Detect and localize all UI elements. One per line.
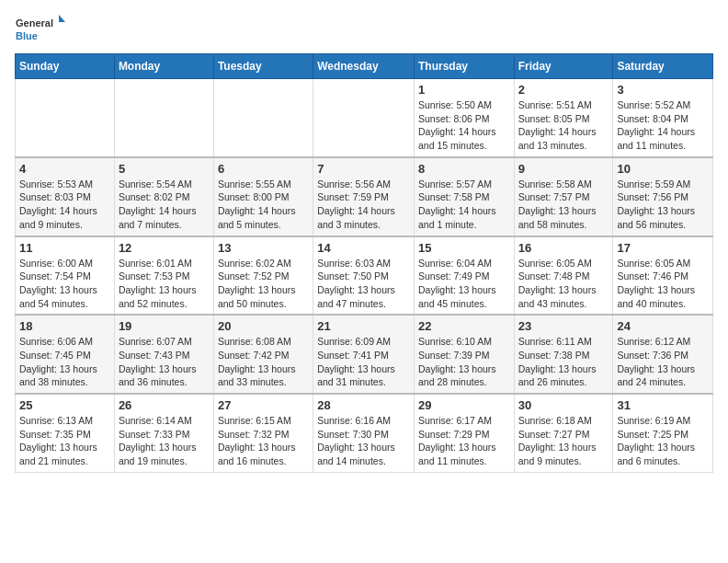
day-number: 19 (119, 319, 210, 333)
day-detail: Sunrise: 6:00 AM Sunset: 7:54 PM Dayligh… (19, 257, 110, 311)
day-number: 5 (119, 162, 210, 176)
calendar-cell: 26Sunrise: 6:14 AM Sunset: 7:33 PM Dayli… (114, 394, 213, 472)
calendar-cell: 11Sunrise: 6:00 AM Sunset: 7:54 PM Dayli… (16, 236, 115, 316)
calendar-cell: 27Sunrise: 6:15 AM Sunset: 7:32 PM Dayli… (213, 394, 313, 472)
day-number: 30 (518, 398, 609, 412)
calendar-week-row: 25Sunrise: 6:13 AM Sunset: 7:35 PM Dayli… (16, 394, 713, 472)
day-number: 10 (617, 162, 709, 176)
day-detail: Sunrise: 6:01 AM Sunset: 7:53 PM Dayligh… (119, 257, 210, 311)
day-detail: Sunrise: 5:53 AM Sunset: 8:03 PM Dayligh… (19, 178, 110, 232)
weekday-header-friday: Friday (514, 54, 613, 79)
day-detail: Sunrise: 5:52 AM Sunset: 8:04 PM Dayligh… (617, 98, 709, 153)
calendar-cell: 29Sunrise: 6:17 AM Sunset: 7:29 PM Dayli… (414, 394, 514, 472)
calendar-cell: 16Sunrise: 6:05 AM Sunset: 7:48 PM Dayli… (514, 236, 613, 316)
day-number: 12 (119, 241, 210, 255)
day-number: 4 (19, 162, 110, 176)
day-number: 11 (19, 241, 110, 255)
logo-svg: General Blue (15, 15, 65, 44)
day-detail: Sunrise: 6:06 AM Sunset: 7:45 PM Dayligh… (19, 335, 110, 389)
day-detail: Sunrise: 6:11 AM Sunset: 7:38 PM Dayligh… (518, 335, 609, 389)
day-detail: Sunrise: 5:54 AM Sunset: 8:02 PM Dayligh… (119, 178, 210, 232)
day-detail: Sunrise: 6:05 AM Sunset: 7:46 PM Dayligh… (617, 257, 709, 311)
calendar-cell: 10Sunrise: 5:59 AM Sunset: 7:56 PM Dayli… (613, 157, 713, 236)
calendar-cell (16, 79, 115, 157)
day-number: 28 (317, 398, 410, 412)
calendar-cell: 8Sunrise: 5:57 AM Sunset: 7:58 PM Daylig… (414, 157, 514, 236)
day-number: 29 (418, 398, 510, 412)
calendar-cell (114, 79, 213, 157)
calendar-cell: 17Sunrise: 6:05 AM Sunset: 7:46 PM Dayli… (613, 236, 713, 316)
weekday-header-sunday: Sunday (16, 54, 115, 79)
calendar-cell: 7Sunrise: 5:56 AM Sunset: 7:59 PM Daylig… (313, 157, 415, 236)
weekday-header-tuesday: Tuesday (213, 54, 313, 79)
calendar-cell: 25Sunrise: 6:13 AM Sunset: 7:35 PM Dayli… (16, 394, 115, 472)
day-number: 31 (617, 398, 709, 412)
day-detail: Sunrise: 5:57 AM Sunset: 7:58 PM Dayligh… (418, 178, 510, 232)
day-detail: Sunrise: 6:19 AM Sunset: 7:25 PM Dayligh… (617, 414, 709, 468)
day-detail: Sunrise: 6:08 AM Sunset: 7:42 PM Dayligh… (218, 335, 309, 389)
svg-text:Blue: Blue (16, 30, 38, 41)
calendar-cell: 13Sunrise: 6:02 AM Sunset: 7:52 PM Dayli… (213, 236, 313, 316)
day-number: 21 (317, 319, 410, 333)
calendar-cell: 23Sunrise: 6:11 AM Sunset: 7:38 PM Dayli… (514, 315, 613, 394)
calendar-cell: 19Sunrise: 6:07 AM Sunset: 7:43 PM Dayli… (114, 315, 213, 394)
calendar-week-row: 1Sunrise: 5:50 AM Sunset: 8:06 PM Daylig… (16, 79, 713, 157)
svg-text:General: General (16, 17, 53, 29)
day-detail: Sunrise: 6:13 AM Sunset: 7:35 PM Dayligh… (19, 414, 110, 468)
day-detail: Sunrise: 6:07 AM Sunset: 7:43 PM Dayligh… (119, 335, 210, 389)
day-number: 6 (218, 162, 309, 176)
calendar-cell: 3Sunrise: 5:52 AM Sunset: 8:04 PM Daylig… (613, 79, 713, 157)
calendar-cell: 6Sunrise: 5:55 AM Sunset: 8:00 PM Daylig… (213, 157, 313, 236)
day-number: 27 (218, 398, 309, 412)
calendar-cell: 2Sunrise: 5:51 AM Sunset: 8:05 PM Daylig… (514, 79, 613, 157)
day-detail: Sunrise: 5:51 AM Sunset: 8:05 PM Dayligh… (518, 98, 609, 153)
weekday-header-thursday: Thursday (414, 54, 514, 79)
day-number: 9 (518, 162, 609, 176)
day-detail: Sunrise: 6:05 AM Sunset: 7:48 PM Dayligh… (518, 257, 609, 311)
day-detail: Sunrise: 5:59 AM Sunset: 7:56 PM Dayligh… (617, 178, 709, 232)
calendar-cell: 18Sunrise: 6:06 AM Sunset: 7:45 PM Dayli… (16, 315, 115, 394)
calendar-cell (313, 79, 415, 157)
day-number: 22 (418, 319, 510, 333)
day-number: 20 (218, 319, 309, 333)
day-number: 1 (418, 83, 510, 97)
day-detail: Sunrise: 5:58 AM Sunset: 7:57 PM Dayligh… (518, 178, 609, 232)
day-detail: Sunrise: 6:16 AM Sunset: 7:30 PM Dayligh… (317, 414, 410, 468)
calendar-cell: 1Sunrise: 5:50 AM Sunset: 8:06 PM Daylig… (414, 79, 514, 157)
calendar-cell: 31Sunrise: 6:19 AM Sunset: 7:25 PM Dayli… (613, 394, 713, 472)
day-number: 3 (617, 83, 709, 97)
calendar-cell: 12Sunrise: 6:01 AM Sunset: 7:53 PM Dayli… (114, 236, 213, 316)
calendar-week-row: 4Sunrise: 5:53 AM Sunset: 8:03 PM Daylig… (16, 157, 713, 236)
svg-marker-3 (59, 15, 65, 22)
calendar-cell: 14Sunrise: 6:03 AM Sunset: 7:50 PM Dayli… (313, 236, 415, 316)
day-number: 23 (518, 319, 609, 333)
calendar-table: SundayMondayTuesdayWednesdayThursdayFrid… (15, 53, 713, 473)
calendar-cell: 21Sunrise: 6:09 AM Sunset: 7:41 PM Dayli… (313, 315, 415, 394)
logo: General Blue (15, 15, 65, 44)
calendar-cell: 28Sunrise: 6:16 AM Sunset: 7:30 PM Dayli… (313, 394, 415, 472)
day-number: 24 (617, 319, 709, 333)
calendar-cell: 15Sunrise: 6:04 AM Sunset: 7:49 PM Dayli… (414, 236, 514, 316)
day-detail: Sunrise: 5:55 AM Sunset: 8:00 PM Dayligh… (218, 178, 309, 232)
day-number: 14 (317, 241, 410, 255)
day-number: 8 (418, 162, 510, 176)
day-number: 2 (518, 83, 609, 97)
header: General Blue (15, 15, 713, 44)
day-detail: Sunrise: 6:10 AM Sunset: 7:39 PM Dayligh… (418, 335, 510, 389)
day-detail: Sunrise: 6:04 AM Sunset: 7:49 PM Dayligh… (418, 257, 510, 311)
calendar-cell: 20Sunrise: 6:08 AM Sunset: 7:42 PM Dayli… (213, 315, 313, 394)
day-detail: Sunrise: 6:12 AM Sunset: 7:36 PM Dayligh… (617, 335, 709, 389)
day-number: 18 (19, 319, 110, 333)
day-number: 16 (518, 241, 609, 255)
day-detail: Sunrise: 6:02 AM Sunset: 7:52 PM Dayligh… (218, 257, 309, 311)
calendar-cell: 9Sunrise: 5:58 AM Sunset: 7:57 PM Daylig… (514, 157, 613, 236)
day-number: 26 (119, 398, 210, 412)
day-detail: Sunrise: 6:17 AM Sunset: 7:29 PM Dayligh… (418, 414, 510, 468)
weekday-header-row: SundayMondayTuesdayWednesdayThursdayFrid… (16, 54, 713, 79)
day-detail: Sunrise: 5:50 AM Sunset: 8:06 PM Dayligh… (418, 98, 510, 153)
day-detail: Sunrise: 6:15 AM Sunset: 7:32 PM Dayligh… (218, 414, 309, 468)
day-number: 7 (317, 162, 410, 176)
day-number: 13 (218, 241, 309, 255)
calendar-cell: 5Sunrise: 5:54 AM Sunset: 8:02 PM Daylig… (114, 157, 213, 236)
calendar-cell: 24Sunrise: 6:12 AM Sunset: 7:36 PM Dayli… (613, 315, 713, 394)
